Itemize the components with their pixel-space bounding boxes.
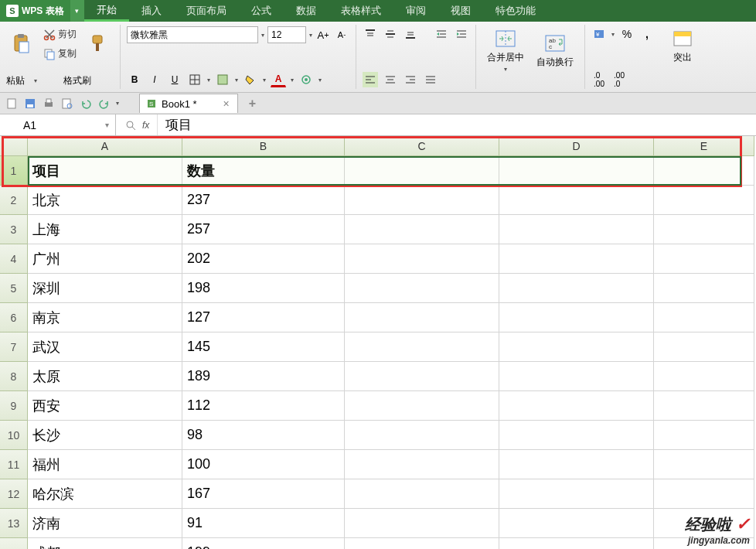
cell[interactable]: 长沙 — [28, 421, 182, 450]
cell[interactable] — [499, 244, 654, 274]
cell[interactable] — [345, 186, 499, 215]
format-painter-button[interactable] — [83, 32, 114, 56]
cell[interactable] — [499, 391, 654, 421]
indent-increase-button[interactable] — [454, 26, 469, 42]
font-family-select[interactable] — [127, 26, 258, 43]
cell[interactable] — [499, 303, 654, 332]
cell[interactable] — [654, 450, 754, 479]
cell[interactable] — [499, 274, 654, 303]
cell[interactable]: 哈尔滨 — [28, 479, 182, 509]
increase-font-button[interactable]: A+ — [315, 27, 331, 43]
indent-decrease-button[interactable] — [434, 26, 449, 42]
cell[interactable]: 济南 — [28, 509, 182, 538]
align-top-button[interactable] — [363, 26, 378, 42]
cell[interactable]: 199 — [182, 538, 345, 549]
row-header[interactable]: 14 — [0, 538, 28, 549]
cell[interactable] — [345, 479, 499, 509]
cellstyle-dd-icon[interactable]: ▾ — [235, 77, 238, 84]
cell[interactable] — [654, 244, 754, 274]
percent-button[interactable]: % — [619, 26, 635, 42]
cell[interactable] — [499, 421, 654, 450]
menu-tab-tablestyle[interactable]: 表格样式 — [329, 0, 393, 22]
fontcolor-dd-icon[interactable]: ▾ — [291, 77, 294, 84]
cell[interactable]: 成都 — [28, 538, 182, 549]
cell[interactable] — [654, 215, 754, 244]
increase-decimal-button[interactable]: .0.00 — [591, 72, 607, 87]
menu-tab-start[interactable]: 开始 — [84, 0, 129, 22]
column-header-C[interactable]: C — [345, 136, 499, 156]
fx-label[interactable]: fx — [142, 120, 149, 131]
row-header[interactable]: 5 — [0, 274, 28, 303]
cell[interactable]: 127 — [182, 303, 345, 332]
align-right-button[interactable] — [403, 72, 418, 87]
cell[interactable] — [345, 362, 499, 391]
cell[interactable]: 项目 — [28, 156, 182, 186]
menu-tab-review[interactable]: 审阅 — [393, 0, 438, 22]
cell[interactable] — [654, 391, 754, 421]
merge-dd-icon[interactable]: ▾ — [504, 66, 507, 73]
new-doc-icon[interactable] — [5, 97, 19, 111]
row-header[interactable]: 11 — [0, 450, 28, 479]
menu-tab-pagelayout[interactable]: 页面布局 — [174, 0, 239, 22]
italic-button[interactable]: I — [147, 72, 162, 87]
fill-color-button[interactable] — [243, 72, 258, 87]
select-all-corner[interactable] — [0, 136, 28, 156]
app-menu-dropdown[interactable]: ▾ — [70, 0, 84, 22]
cell[interactable] — [654, 274, 754, 303]
align-justify-button[interactable] — [423, 72, 438, 87]
add-tab-icon[interactable]: + — [249, 97, 256, 111]
font-color-button[interactable]: A — [271, 72, 286, 87]
bold-button[interactable]: B — [127, 72, 142, 87]
name-box[interactable]: A1 — [0, 114, 116, 135]
cell[interactable]: 100 — [182, 450, 345, 479]
border-dd-icon[interactable]: ▾ — [207, 77, 210, 84]
row-header[interactable]: 9 — [0, 391, 28, 421]
cell[interactable] — [499, 186, 654, 215]
align-left-button[interactable] — [363, 72, 378, 87]
copy-button[interactable]: 复制 — [40, 46, 80, 62]
cell[interactable] — [345, 538, 499, 549]
cell[interactable]: 北京 — [28, 186, 182, 215]
cell[interactable] — [345, 391, 499, 421]
cell[interactable]: 福州 — [28, 450, 182, 479]
cut-button[interactable]: 剪切 — [40, 26, 80, 43]
cell[interactable]: 257 — [182, 215, 345, 244]
cell[interactable] — [654, 303, 754, 332]
cell[interactable] — [654, 156, 754, 186]
currency-button[interactable]: ¥ — [591, 26, 607, 42]
wrap-text-button[interactable]: abc 自动换行 — [532, 31, 578, 70]
row-header[interactable]: 2 — [0, 186, 28, 215]
align-middle-button[interactable] — [383, 26, 398, 42]
cell[interactable] — [345, 274, 499, 303]
phonetic-button[interactable] — [298, 72, 314, 87]
row-header[interactable]: 13 — [0, 509, 28, 538]
cell[interactable]: 112 — [182, 391, 345, 421]
redo-icon[interactable] — [97, 97, 111, 111]
cell[interactable]: 上海 — [28, 215, 182, 244]
cell[interactable]: 武汉 — [28, 332, 182, 362]
column-header-B[interactable]: B — [182, 136, 345, 156]
comma-button[interactable]: , — [639, 26, 655, 42]
cell[interactable] — [345, 450, 499, 479]
size-dropdown-icon[interactable]: ▾ — [309, 32, 312, 39]
undo-icon[interactable] — [79, 97, 93, 111]
paste-dropdown-icon[interactable]: ▾ — [34, 77, 37, 84]
cell[interactable] — [345, 509, 499, 538]
decrease-decimal-button[interactable]: .00.0 — [611, 72, 627, 87]
cell[interactable] — [499, 509, 654, 538]
cell[interactable]: 太原 — [28, 362, 182, 391]
currency-dd-icon[interactable]: ▾ — [611, 31, 615, 38]
align-center-button[interactable] — [383, 72, 398, 87]
column-header-E[interactable]: E — [654, 136, 754, 156]
cell[interactable]: 98 — [182, 421, 345, 450]
row-header[interactable]: 12 — [0, 479, 28, 509]
cell[interactable] — [654, 332, 754, 362]
formula-input[interactable]: 项目 — [158, 114, 756, 135]
menu-tab-formula[interactable]: 公式 — [239, 0, 284, 22]
cell[interactable]: 深圳 — [28, 274, 182, 303]
cell[interactable] — [654, 362, 754, 391]
highlight-button[interactable]: 突出 — [667, 26, 698, 66]
menu-tab-insert[interactable]: 插入 — [129, 0, 174, 22]
qa-customize-icon[interactable]: ▾ — [116, 100, 119, 107]
cell[interactable] — [345, 332, 499, 362]
